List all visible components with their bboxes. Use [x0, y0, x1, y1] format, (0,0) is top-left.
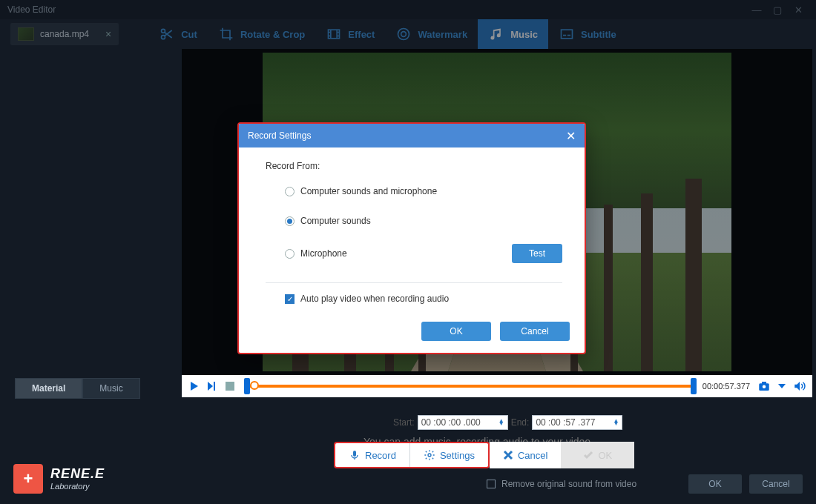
- remove-sound-checkbox[interactable]: [487, 480, 496, 488]
- remove-sound-row[interactable]: Remove original sound from video: [487, 479, 636, 489]
- svg-rect-32: [353, 451, 356, 457]
- ok-button-disabled: OK: [561, 442, 634, 468]
- record-button[interactable]: Record: [335, 443, 410, 467]
- settings-button[interactable]: Settings: [410, 443, 488, 467]
- gear-icon: [424, 449, 435, 461]
- spinner-icon[interactable]: ▲▼: [613, 420, 619, 425]
- radio-icon[interactable]: [285, 187, 295, 196]
- effect-button[interactable]: Effect: [315, 19, 385, 49]
- file-name: canada.mp4: [40, 29, 89, 39]
- remove-sound-label: Remove original sound from video: [501, 479, 636, 489]
- end-time-input[interactable]: 00 :00 :57 .377 ▲▼: [532, 415, 622, 430]
- logo-mark-icon: [13, 464, 43, 494]
- logo-name: RENE.E: [50, 467, 105, 482]
- dialog-cancel-button[interactable]: Cancel: [500, 322, 570, 341]
- volume-icon[interactable]: [792, 378, 808, 394]
- tab-material[interactable]: Material: [15, 378, 82, 399]
- svg-rect-19: [604, 205, 613, 371]
- timeline-start-handle[interactable]: [244, 378, 250, 394]
- dialog-ok-button[interactable]: OK: [421, 322, 491, 341]
- snapshot-icon[interactable]: [756, 378, 772, 394]
- cancel-button[interactable]: Cancel: [490, 442, 561, 468]
- radio-icon[interactable]: [285, 216, 295, 226]
- svg-rect-5: [561, 30, 572, 39]
- svg-rect-25: [214, 382, 215, 391]
- autoplay-checkbox[interactable]: ✓: [285, 294, 295, 304]
- maximize-button[interactable]: ▢: [767, 4, 788, 16]
- timeline-playhead[interactable]: [250, 381, 259, 390]
- time-range-controls: Start: 00 :00 :00 .000 ▲▼ End: 00 :00 :5…: [393, 415, 622, 430]
- timeline-end-handle[interactable]: [691, 378, 697, 394]
- music-button[interactable]: Music: [478, 19, 548, 49]
- footer-ok-button[interactable]: OK: [688, 474, 742, 494]
- subtitle-button[interactable]: Subtitle: [548, 19, 627, 49]
- dialog-title: Record Settings: [248, 130, 311, 141]
- svg-point-33: [428, 454, 431, 457]
- autoplay-label: Auto play video when recording audio: [300, 294, 449, 304]
- play-icon[interactable]: [186, 378, 203, 394]
- end-label: End:: [511, 417, 530, 428]
- svg-marker-30: [778, 384, 786, 388]
- radio-option-microphone[interactable]: Microphone: [285, 247, 347, 260]
- svg-rect-18: [641, 193, 653, 371]
- check-icon: [583, 450, 593, 460]
- radio-icon[interactable]: [285, 249, 295, 259]
- close-window-button[interactable]: ✕: [788, 4, 809, 16]
- subtitle-icon: [559, 26, 575, 42]
- test-button[interactable]: Test: [512, 244, 562, 263]
- timecode: 00:00:57.377: [703, 382, 750, 391]
- cut-button[interactable]: Cut: [148, 19, 208, 49]
- svg-point-4: [401, 32, 407, 37]
- rotate-crop-button[interactable]: Rotate & Crop: [208, 19, 315, 49]
- highlighted-action-group: Record Settings: [334, 442, 490, 468]
- toolbar: Cut Rotate & Crop Effect Watermark Music: [148, 19, 626, 49]
- player-bar: 00:00:57.377: [182, 375, 812, 397]
- scissors-icon: [159, 26, 175, 42]
- file-thumbnail: [18, 27, 34, 41]
- svg-rect-29: [762, 382, 766, 384]
- start-time-input[interactable]: 00 :00 :00 .000 ▲▼: [418, 415, 508, 430]
- cross-icon: [503, 450, 513, 460]
- svg-marker-23: [191, 382, 198, 391]
- svg-marker-31: [794, 382, 800, 391]
- crop-icon: [218, 26, 234, 42]
- start-label: Start:: [393, 417, 415, 428]
- svg-point-28: [763, 385, 766, 389]
- watermark-button[interactable]: Watermark: [385, 19, 478, 49]
- autoplay-row[interactable]: ✓ Auto play video when recording audio: [285, 294, 562, 304]
- timeline[interactable]: [240, 375, 701, 397]
- radio-option-both[interactable]: Computer sounds and microphone: [285, 185, 562, 198]
- action-row: Record Settings Cancel OK: [334, 442, 634, 468]
- chevron-down-icon[interactable]: [774, 378, 790, 394]
- file-tab[interactable]: canada.mp4 ×: [10, 23, 119, 45]
- radio-option-computer-sounds[interactable]: Computer sounds: [285, 214, 562, 228]
- top-bar: canada.mp4 × Cut Rotate & Crop Effect: [0, 19, 816, 49]
- app-title: Video Editor: [7, 4, 56, 15]
- brand-logo: RENE.E Laboratory: [13, 464, 105, 494]
- spinner-icon[interactable]: ▲▼: [499, 420, 504, 425]
- tab-music[interactable]: Music: [82, 378, 139, 399]
- svg-rect-2: [329, 30, 340, 39]
- sidebar-tabs: Material Music: [15, 378, 140, 399]
- close-tab-icon[interactable]: ×: [105, 28, 111, 40]
- watermark-icon: [395, 26, 412, 42]
- dialog-titlebar[interactable]: Record Settings ✕: [239, 124, 585, 147]
- window-titlebar: Video Editor — ▢ ✕: [0, 0, 816, 19]
- stop-icon[interactable]: [222, 378, 238, 394]
- svg-point-3: [398, 29, 409, 40]
- dialog-close-icon[interactable]: ✕: [566, 129, 576, 143]
- svg-rect-26: [226, 382, 234, 391]
- film-icon: [326, 26, 342, 42]
- svg-marker-24: [208, 382, 213, 391]
- minimize-button[interactable]: —: [746, 4, 767, 16]
- music-note-icon: [488, 26, 504, 42]
- timeline-track[interactable]: [250, 385, 691, 388]
- microphone-icon: [349, 449, 361, 461]
- step-forward-icon[interactable]: [204, 378, 220, 394]
- record-from-label: Record From:: [266, 161, 562, 171]
- footer-buttons: OK Cancel: [688, 474, 803, 494]
- divider: [266, 282, 562, 283]
- footer-cancel-button[interactable]: Cancel: [749, 474, 803, 494]
- record-settings-dialog: Record Settings ✕ Record From: Computer …: [237, 122, 586, 354]
- svg-rect-17: [685, 179, 702, 371]
